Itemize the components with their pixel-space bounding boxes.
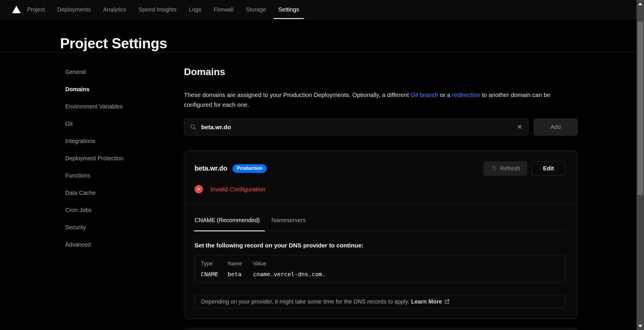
project-settings-page: Project Deployments Analytics Speed Insi… <box>0 0 644 330</box>
edit-button[interactable]: Edit <box>531 161 566 176</box>
description-text-line2: configured for each one. <box>184 101 249 108</box>
page-header: Project Settings <box>0 19 637 52</box>
external-link-icon <box>444 299 450 304</box>
learn-more-link[interactable]: Learn More <box>411 298 450 305</box>
refresh-button-label: Refresh <box>500 165 520 172</box>
nav-tab-project[interactable]: Project <box>27 0 45 19</box>
sidebar-item-integrations[interactable]: Integrations <box>65 138 123 144</box>
error-circle-icon: ✕ <box>195 185 203 193</box>
sidebar-item-functions[interactable]: Functions <box>65 173 123 178</box>
dns-record-table: Type Name Value CNAME beta cname.vercel-… <box>195 255 566 283</box>
dns-header-value: Value <box>253 260 266 267</box>
domain-name: beta.wr.do <box>195 165 227 172</box>
sidebar-item-data-cache[interactable]: Data Cache <box>65 190 123 196</box>
nav-tab-deployments[interactable]: Deployments <box>57 0 91 19</box>
add-domain-button[interactable]: Add <box>534 119 578 136</box>
next-domain-card-edge <box>184 328 577 330</box>
dns-record-type: CNAME <box>201 271 228 278</box>
dns-propagation-note: Depending on your provider, it might tak… <box>195 295 566 308</box>
dns-instruction: Set the following record on your DNS pro… <box>195 242 364 249</box>
nav-tabs: Project Deployments Analytics Speed Insi… <box>27 0 299 19</box>
tab-cname-recommended[interactable]: CNAME (Recommended) <box>195 217 260 224</box>
sidebar-item-domains[interactable]: Domains <box>65 86 123 92</box>
domain-card-header: beta.wr.do Production Refresh <box>195 161 566 176</box>
section-title-domains: Domains <box>184 66 225 77</box>
top-nav: Project Deployments Analytics Speed Insi… <box>0 0 637 19</box>
page-title: Project Settings <box>60 36 167 51</box>
tabs-divider <box>195 231 566 231</box>
sidebar-item-advanced[interactable]: Advanced <box>65 242 123 247</box>
domain-search-field[interactable]: ✕ <box>184 119 528 136</box>
nav-tab-speed-insights[interactable]: Speed Insights <box>139 0 176 19</box>
nav-tab-firewall[interactable]: Firewall <box>214 0 234 19</box>
scrollbar-down-arrow-icon[interactable] <box>638 325 642 327</box>
redirection-link[interactable]: redirection <box>452 91 480 98</box>
status-message: Invalid Configuration <box>210 186 265 193</box>
sidebar-item-general[interactable]: General <box>65 69 123 75</box>
sidebar-item-environment-variables[interactable]: Environment Variables <box>65 104 123 109</box>
card-divider <box>184 205 577 205</box>
page-scrollbar[interactable] <box>637 0 644 330</box>
dns-table-header-row: Type Name Value <box>201 260 565 267</box>
refresh-button[interactable]: Refresh <box>484 161 527 176</box>
clear-search-icon[interactable]: ✕ <box>517 124 522 130</box>
nav-tab-analytics[interactable]: Analytics <box>103 0 126 19</box>
dns-record-value: cname.vercel-dns.com. <box>253 271 326 278</box>
domain-status: ✕ Invalid Configuration <box>195 185 265 193</box>
nav-tab-storage[interactable]: Storage <box>246 0 266 19</box>
description-text: These domains are assigned to your Produ… <box>184 91 410 98</box>
note-text: Depending on your provider, it might tak… <box>201 298 409 305</box>
production-badge: Production <box>232 164 267 173</box>
nav-tab-settings[interactable]: Settings <box>278 0 299 19</box>
record-tabs: CNAME (Recommended) Nameservers <box>195 217 306 224</box>
sidebar-item-git[interactable]: Git <box>65 121 123 127</box>
dns-table-value-row: CNAME beta cname.vercel-dns.com. <box>201 271 565 278</box>
spinner-icon <box>491 165 497 171</box>
vercel-logo-icon[interactable] <box>12 6 21 13</box>
domain-search-input[interactable] <box>201 124 517 131</box>
nav-tab-logs[interactable]: Logs <box>189 0 201 19</box>
git-branch-link[interactable]: Git branch <box>410 91 438 98</box>
dns-record-name: beta <box>228 271 253 278</box>
sidebar-item-security[interactable]: Security <box>65 224 123 230</box>
settings-sidebar: General Domains Environment Variables Gi… <box>65 69 123 259</box>
sidebar-item-deployment-protection[interactable]: Deployment Protection <box>65 155 123 161</box>
sidebar-item-cron-jobs[interactable]: Cron Jobs <box>65 207 123 213</box>
search-icon <box>190 124 197 130</box>
domains-description: These domains are assigned to your Produ… <box>184 90 603 110</box>
active-tab-underline <box>194 230 265 231</box>
dns-header-type: Type <box>201 260 228 267</box>
dns-header-name: Name <box>228 260 253 267</box>
tab-nameservers[interactable]: Nameservers <box>272 217 306 224</box>
scrollbar-up-arrow-icon[interactable] <box>638 3 642 5</box>
scrollbar-thumb[interactable] <box>637 22 643 195</box>
domain-card: beta.wr.do Production Refresh <box>184 150 577 319</box>
